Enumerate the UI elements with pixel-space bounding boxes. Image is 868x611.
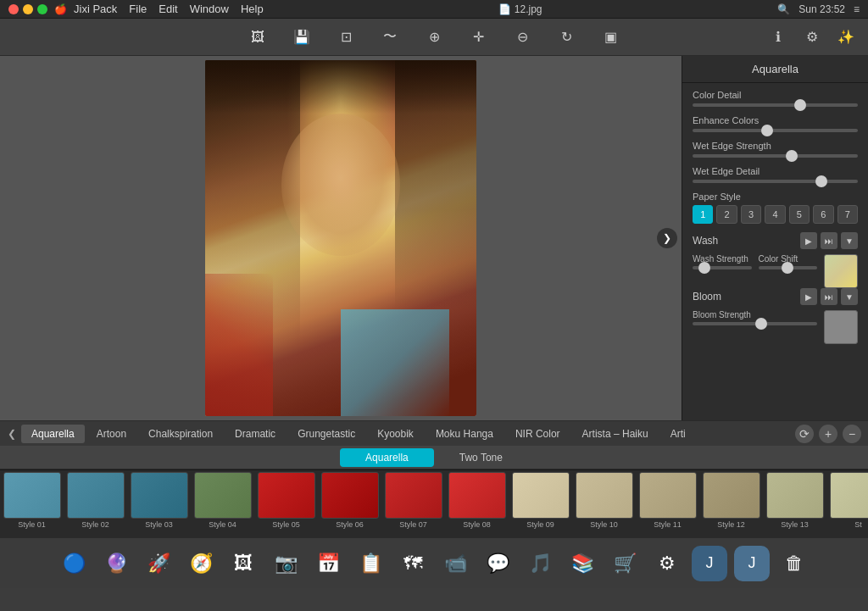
retouch-tool[interactable]: 〜 bbox=[376, 24, 403, 51]
dock-trash[interactable]: 🗑 bbox=[776, 546, 812, 581]
dock-launchpad[interactable]: 🚀 bbox=[141, 546, 176, 581]
pan-tool[interactable]: ✛ bbox=[465, 24, 492, 51]
dock-jixi2[interactable]: J bbox=[734, 546, 770, 581]
import-button[interactable]: 🖼 bbox=[244, 24, 271, 51]
bloom-skip-button[interactable]: ⏭ bbox=[821, 288, 837, 305]
maximize-button[interactable] bbox=[37, 4, 47, 14]
style-item[interactable]: Style 12 bbox=[699, 470, 763, 537]
dock-jixi1[interactable]: J bbox=[692, 546, 727, 581]
dock-appstore[interactable]: 🛒 bbox=[607, 546, 643, 581]
dock-safari[interactable]: 🧭 bbox=[183, 546, 219, 581]
tab-scroll-left[interactable]: ❮ bbox=[4, 428, 19, 440]
tab-kyoobik[interactable]: Kyoobik bbox=[367, 425, 424, 443]
tab-artoon[interactable]: Artoon bbox=[86, 425, 136, 443]
info-button[interactable]: ℹ bbox=[765, 24, 792, 51]
style-label: Style 09 bbox=[526, 520, 554, 529]
style-item[interactable]: Style 01 bbox=[0, 470, 64, 537]
dock-books[interactable]: 📚 bbox=[565, 546, 600, 581]
paper-style-4[interactable]: 4 bbox=[765, 205, 785, 224]
add-tab-button[interactable]: + bbox=[819, 425, 837, 443]
dock-maps[interactable]: 🗺 bbox=[395, 546, 431, 581]
bloom-options-button[interactable]: ▼ bbox=[841, 288, 858, 305]
remove-tab-button[interactable]: − bbox=[843, 425, 861, 443]
menu-help[interactable]: Help bbox=[241, 3, 264, 15]
wash-options-button[interactable]: ▼ bbox=[841, 232, 858, 249]
paper-style-5[interactable]: 5 bbox=[789, 205, 810, 224]
style-item[interactable]: Style 11 bbox=[636, 470, 699, 537]
dock-music[interactable]: 🎵 bbox=[522, 546, 558, 581]
zoom-in-tool[interactable]: ⊕ bbox=[420, 24, 448, 51]
style-item[interactable]: Style 06 bbox=[318, 470, 381, 537]
save-button[interactable]: 💾 bbox=[288, 24, 315, 51]
color-shift-slider[interactable] bbox=[759, 266, 818, 269]
dock-siri[interactable]: 🔮 bbox=[98, 546, 134, 581]
frame-tool[interactable]: ▣ bbox=[597, 24, 624, 51]
dock-systemprefs[interactable]: ⚙ bbox=[649, 546, 685, 581]
search-icon[interactable]: 🔍 bbox=[777, 3, 790, 15]
title-bar: 🍎 Jixi Pack File Edit Window Help 📄 12.j… bbox=[0, 0, 868, 19]
dock-photos[interactable]: 🖼 bbox=[225, 546, 261, 581]
wash-skip-button[interactable]: ⏭ bbox=[821, 232, 837, 249]
tab-nir-color[interactable]: NIR Color bbox=[505, 425, 570, 443]
paper-style-1[interactable]: 1 bbox=[693, 205, 713, 224]
style-item[interactable]: Style 09 bbox=[509, 470, 572, 537]
wash-strength-slider[interactable] bbox=[693, 266, 752, 269]
style-item[interactable]: Style 07 bbox=[381, 470, 445, 537]
tab-grungetastic[interactable]: Grungetastic bbox=[287, 425, 365, 443]
settings-button[interactable]: ⚙ bbox=[798, 24, 826, 51]
style-item[interactable]: Style 02 bbox=[64, 470, 127, 537]
style-item[interactable]: St bbox=[826, 470, 868, 537]
menu-file[interactable]: File bbox=[129, 3, 147, 15]
title-bar-left: 🍎 Jixi Pack File Edit Window Help bbox=[8, 3, 264, 15]
style-item[interactable]: Style 05 bbox=[254, 470, 318, 537]
dock-finder[interactable]: 🔵 bbox=[56, 546, 92, 581]
menu-window[interactable]: Window bbox=[190, 3, 229, 15]
style-item[interactable]: Style 04 bbox=[191, 470, 254, 537]
refresh-button[interactable]: ⟳ bbox=[795, 425, 814, 443]
style-label: Style 03 bbox=[145, 520, 173, 529]
dock-notes[interactable]: 📋 bbox=[353, 546, 388, 581]
wet-edge-strength-slider[interactable] bbox=[693, 154, 858, 158]
bloom-play-button[interactable]: ▶ bbox=[800, 288, 817, 305]
styles-strip: Style 01 Style 02 Style 03 Style 04 Styl… bbox=[0, 469, 868, 537]
bloom-strength-slider[interactable] bbox=[693, 322, 817, 325]
paper-style-2[interactable]: 2 bbox=[716, 205, 737, 224]
style-item[interactable]: Style 13 bbox=[763, 470, 826, 537]
tab-artista-haiku[interactable]: Artista – Haiku bbox=[572, 425, 659, 443]
dock-camera[interactable]: 📷 bbox=[268, 546, 303, 581]
close-button[interactable] bbox=[8, 4, 19, 14]
effects-button[interactable]: ✨ bbox=[832, 24, 860, 51]
minimize-button[interactable] bbox=[23, 4, 33, 14]
paper-style-7[interactable]: 7 bbox=[837, 205, 858, 224]
wash-play-button[interactable]: ▶ bbox=[800, 232, 817, 249]
tab-chalkspiration[interactable]: Chalkspiration bbox=[138, 425, 223, 443]
tab-moku-hanga[interactable]: Moku Hanga bbox=[426, 425, 504, 443]
tab-arti[interactable]: Arti bbox=[660, 425, 696, 443]
canvas-next-button[interactable]: ❯ bbox=[657, 228, 677, 248]
style-thumb bbox=[639, 472, 697, 519]
menu-edit[interactable]: Edit bbox=[159, 3, 177, 15]
enhance-colors-slider[interactable] bbox=[693, 129, 858, 132]
paper-style-3[interactable]: 3 bbox=[741, 205, 761, 224]
color-swatch[interactable] bbox=[824, 254, 858, 288]
wet-edge-detail-slider[interactable] bbox=[693, 180, 858, 183]
bloom-controls: ▶ ⏭ ▼ bbox=[800, 288, 858, 305]
dock-messages[interactable]: 💬 bbox=[480, 546, 515, 581]
zoom-out-tool[interactable]: ⊖ bbox=[509, 24, 536, 51]
paper-style-6[interactable]: 6 bbox=[813, 205, 833, 224]
dock-facetime[interactable]: 📹 bbox=[437, 546, 473, 581]
sub-tab-two-tone[interactable]: Two Tone bbox=[434, 448, 528, 467]
style-item[interactable]: Style 10 bbox=[572, 470, 636, 537]
style-item[interactable]: Style 03 bbox=[127, 470, 191, 537]
tab-dramatic[interactable]: Dramatic bbox=[225, 425, 286, 443]
menu-jixi[interactable]: Jixi Pack bbox=[74, 3, 117, 15]
crop-tool[interactable]: ⊡ bbox=[332, 24, 359, 51]
sub-tab-aquarella[interactable]: Aquarella bbox=[340, 448, 434, 467]
rotate-tool[interactable]: ↻ bbox=[553, 24, 580, 51]
paper-style-row: 1 2 3 4 5 6 7 bbox=[693, 205, 858, 224]
style-item[interactable]: Style 08 bbox=[445, 470, 509, 537]
tab-aquarella[interactable]: Aquarella bbox=[21, 425, 85, 443]
menu-icon[interactable]: ≡ bbox=[854, 3, 860, 15]
color-detail-slider[interactable] bbox=[693, 103, 858, 107]
dock-calendar[interactable]: 📅 bbox=[310, 546, 346, 581]
